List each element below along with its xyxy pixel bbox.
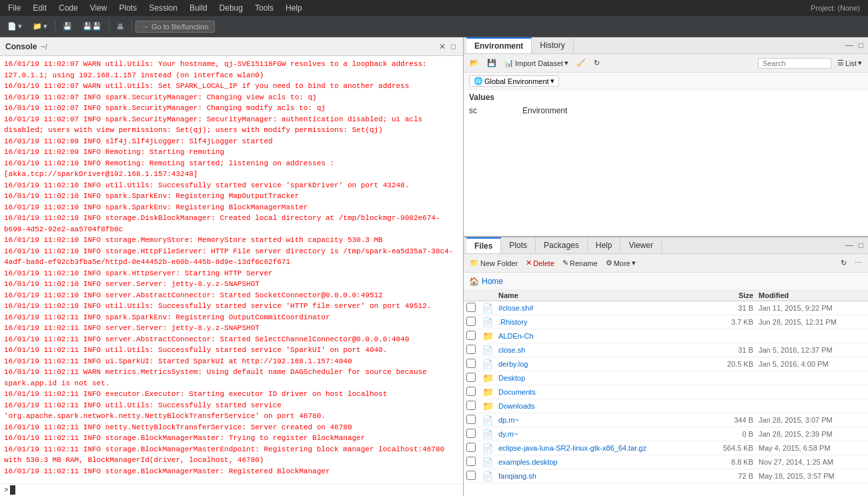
open-icon: 📁	[33, 22, 42, 31]
files-maximize-btn[interactable]: □	[857, 241, 865, 250]
console-cursor	[10, 485, 15, 495]
tab-plots[interactable]: Plots	[501, 238, 536, 253]
files-extra-btn[interactable]: ⋯	[851, 257, 865, 269]
console-line: 16/01/19 11:02:10 INFO storage.HttpFileS…	[4, 246, 459, 268]
row-checkbox[interactable]	[466, 401, 476, 410]
list-item[interactable]: 📄 examples.desktop 8.8 KB Nov 27, 2014, …	[464, 455, 868, 469]
console-line: 16/01/19 11:02:11 INFO storage.BlockMana…	[4, 433, 459, 444]
console-header: Console ~/ ✕ □	[0, 37, 463, 56]
row-checkbox[interactable]	[466, 387, 476, 396]
tab-packages[interactable]: Packages	[536, 238, 588, 253]
list-chevron-icon: ▾	[858, 59, 862, 67]
list-item[interactable]: 📄 #close.sh# 31 B Jan 11, 2015, 9:22 PM	[464, 301, 868, 315]
file-size: 0 B	[705, 430, 759, 438]
delete-btn[interactable]: ✕ Delete	[522, 257, 558, 269]
tab-help[interactable]: Help	[588, 238, 621, 253]
env-save-btn[interactable]: 💾	[484, 57, 500, 69]
list-item[interactable]: 📁 ALDEn-Ch	[464, 329, 868, 343]
file-name: eclipse-java-luna-SR2-linux-gtk-x86_64.t…	[498, 444, 705, 452]
globe-icon: 🌐	[474, 77, 483, 85]
list-item[interactable]: 📄 derby.log 20.5 KB Jan 5, 2016, 4:00 PM	[464, 357, 868, 371]
console-line: 16/01/19 11:02:10 INFO server.AbstractCo…	[4, 290, 459, 301]
env-toolbar: 📂 💾 📊 Import Dataset ▾ 🧹 ↻ ☰ List ▾	[464, 54, 868, 73]
list-item[interactable]: 📄 dp.m~ 344 B Jan 28, 2015, 3:07 PM	[464, 413, 868, 427]
row-checkbox[interactable]	[466, 345, 476, 354]
open-btn[interactable]: 📁▾	[28, 20, 52, 33]
name-col-header[interactable]: Name	[498, 291, 705, 299]
more-btn[interactable]: ⚙ More ▾	[602, 257, 639, 269]
project-label: Project: (None)	[811, 4, 865, 12]
list-item[interactable]: 📄 dy.m~ 0 B Jan 28, 2015, 2:39 PM	[464, 427, 868, 441]
console-line: 16/01/19 11:02:11 WARN metrics.MetricsSy…	[4, 367, 459, 389]
env-import-btn[interactable]: 📊 Import Dataset ▾	[501, 57, 572, 69]
menu-view[interactable]: View	[85, 2, 113, 14]
list-item[interactable]: 📄 fanqiang.sh 72 B May 18, 2015, 3:57 PM	[464, 469, 868, 483]
list-item[interactable]: 📄 eclipse-java-luna-SR2-linux-gtk-x86_64…	[464, 441, 868, 455]
files-refresh-btn[interactable]: ↻	[837, 257, 850, 269]
tab-files[interactable]: Files	[466, 237, 501, 253]
env-scope-btn[interactable]: 🌐 Global Environment ▾	[469, 75, 559, 87]
menu-edit[interactable]: Edit	[27, 2, 52, 14]
menu-build[interactable]: Build	[184, 2, 213, 14]
tab-viewer[interactable]: Viewer	[620, 238, 661, 253]
save-btn[interactable]: 💾	[58, 20, 77, 33]
list-item[interactable]: 📁 Desktop	[464, 371, 868, 385]
breadcrumb-home[interactable]: 🏠 Home	[469, 277, 503, 286]
env-search-input[interactable]	[758, 58, 831, 69]
list-item[interactable]: 📄 .Rhistory 3.7 KB Jun 28, 2015, 12:31 P…	[464, 315, 868, 329]
file-name: derby.log	[498, 360, 705, 368]
console-maximize-btn[interactable]: □	[449, 42, 458, 51]
menu-help[interactable]: Help	[280, 2, 308, 14]
env-var-name: sc	[469, 106, 522, 115]
env-clear-btn[interactable]: 🧹	[573, 57, 589, 69]
right-panel: Environment History — □ 📂 💾 📊 Import Dat…	[464, 37, 868, 496]
row-checkbox[interactable]	[466, 373, 476, 382]
row-checkbox[interactable]	[466, 303, 476, 312]
rename-btn[interactable]: ✎ Rename	[559, 257, 601, 269]
files-minimize-btn[interactable]: —	[843, 241, 855, 250]
print-btn[interactable]: 🖶	[112, 21, 129, 33]
env-list-btn[interactable]: ☰ List ▾	[834, 57, 865, 69]
file-name: Documents	[498, 388, 705, 396]
menu-tools[interactable]: Tools	[250, 2, 279, 14]
files-table: 📄 #close.sh# 31 B Jan 11, 2015, 9:22 PM …	[464, 301, 868, 496]
row-checkbox-cell	[466, 317, 482, 327]
menu-session[interactable]: Session	[143, 2, 183, 14]
new-script-btn[interactable]: 📄▾	[3, 20, 27, 33]
row-checkbox[interactable]	[466, 471, 476, 480]
row-checkbox[interactable]	[466, 457, 476, 466]
list-item[interactable]: 📁 Documents	[464, 385, 868, 399]
menu-file[interactable]: File	[3, 2, 26, 14]
row-checkbox-cell	[466, 303, 482, 313]
row-checkbox[interactable]	[466, 429, 476, 438]
row-checkbox[interactable]	[466, 317, 476, 326]
console-output: 16/01/19 11:02:07 WARN util.Utils: Your …	[0, 56, 463, 483]
menu-debug[interactable]: Debug	[214, 2, 248, 14]
tab-history[interactable]: History	[532, 38, 573, 53]
file-size: 31 B	[705, 304, 759, 312]
file-size: 3.7 KB	[705, 318, 759, 326]
go-to-btn[interactable]: → Go to file/function	[135, 20, 215, 33]
row-checkbox-cell	[466, 345, 482, 355]
size-col-header[interactable]: Size	[705, 291, 759, 299]
new-folder-btn[interactable]: 📁 New Folder	[466, 257, 521, 269]
list-item[interactable]: 📄 close.sh 31 B Jan 5, 2016, 12:37 PM	[464, 343, 868, 357]
row-checkbox[interactable]	[466, 415, 476, 424]
console-clear-btn[interactable]: ✕	[437, 42, 448, 51]
env-minimize-btn[interactable]: —	[843, 41, 855, 50]
menu-plots[interactable]: Plots	[114, 2, 143, 14]
row-checkbox[interactable]	[466, 331, 476, 340]
row-checkbox[interactable]	[466, 443, 476, 452]
env-load-btn[interactable]: 📂	[466, 57, 482, 69]
menu-code[interactable]: Code	[53, 2, 83, 14]
main-container: Console ~/ ✕ □ 16/01/19 11:02:07 WARN ut…	[0, 37, 868, 496]
env-refresh-btn[interactable]: ↻	[590, 57, 603, 69]
file-icon: 📄	[482, 303, 498, 313]
modified-col-header[interactable]: Modified	[759, 291, 865, 299]
list-item[interactable]: 📁 Downloads	[464, 399, 868, 413]
row-checkbox[interactable]	[466, 359, 476, 368]
save-all-btn[interactable]: 💾💾	[78, 20, 106, 33]
env-maximize-btn[interactable]: □	[857, 41, 865, 50]
tab-environment[interactable]: Environment	[466, 37, 532, 53]
file-modified: Jan 5, 2016, 12:37 PM	[759, 346, 865, 354]
